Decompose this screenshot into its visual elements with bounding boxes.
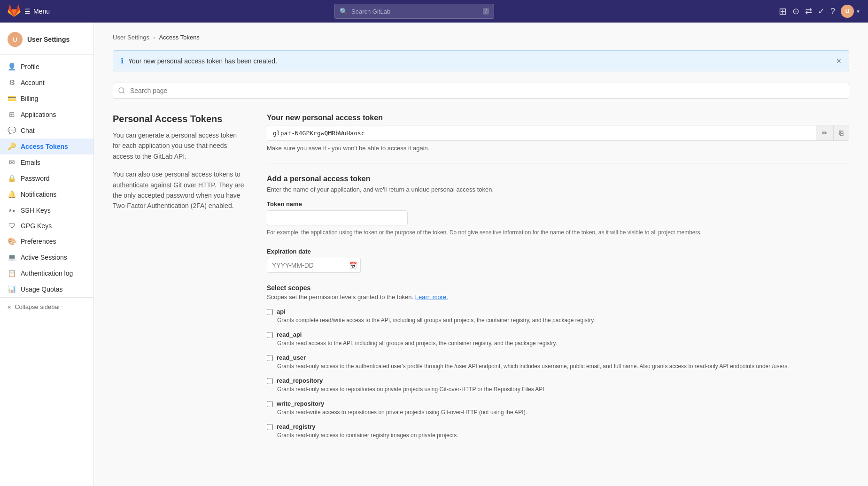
nav-center: 🔍 / — [55, 4, 773, 19]
right-column: Your new personal access token glpat-N4G… — [267, 114, 849, 451]
scope-name-read-registry: read_registry — [277, 423, 315, 430]
chevron-down-icon: ▼ — [856, 9, 860, 14]
search-input[interactable] — [351, 8, 479, 15]
issues-button[interactable]: ⊙ — [792, 6, 799, 16]
scope-item-read-api: read_api Grants read access to the API, … — [267, 331, 849, 347]
breadcrumb-separator: › — [153, 34, 155, 41]
hamburger-icon: ☰ — [24, 8, 31, 15]
sidebar: U User Settings 👤 Profile ⚙ Account 💳 Bi… — [0, 23, 94, 486]
usage-quotas-icon: 📊 — [8, 285, 16, 293]
preferences-icon: 🎨 — [8, 237, 16, 246]
user-menu-button[interactable]: U ▼ — [841, 5, 860, 18]
breadcrumb-current: Access Tokens — [159, 34, 199, 41]
search-icon: 🔍 — [340, 8, 348, 15]
scopes-section: Select scopes Scopes set the permission … — [267, 284, 849, 440]
date-input-wrap: 📅 — [267, 258, 361, 273]
scopes-title: Select scopes — [267, 284, 849, 292]
help-button[interactable]: ? — [830, 7, 835, 16]
create-button[interactable]: ⊞ — [779, 6, 787, 17]
nav-right: ⊞ ⊙ ⇄ ✓ ? U ▼ — [779, 5, 860, 18]
scope-checkbox-read-api[interactable] — [267, 332, 273, 338]
sidebar-item-label: GPG Keys — [21, 222, 52, 230]
auth-log-icon: 📋 — [8, 269, 16, 278]
two-column-layout: Personal Access Tokens You can generate … — [113, 114, 849, 451]
info-icon: ℹ — [121, 56, 124, 65]
sidebar-item-label: Chat — [21, 127, 35, 134]
scopes-learn-more-link[interactable]: Learn more. — [415, 293, 448, 301]
sidebar-item-label: Account — [21, 79, 45, 86]
sidebar-item-gpg-keys[interactable]: 🛡 GPG Keys — [0, 218, 93, 233]
scope-checkbox-read-registry[interactable] — [267, 424, 273, 430]
token-name-section: Token name For example, the application … — [267, 201, 849, 237]
sidebar-item-account[interactable]: ⚙ Account — [0, 75, 93, 91]
sidebar-item-applications[interactable]: ⊞ Applications — [0, 107, 93, 123]
left-column: Personal Access Tokens You can generate … — [113, 114, 244, 451]
scope-desc-read-api: Grants read access to the API, including… — [267, 339, 849, 347]
scope-desc-read-user: Grants read-only access to the authentic… — [267, 362, 849, 370]
page-desc-1: You can generate a personal access token… — [113, 130, 244, 162]
help-icon: ? — [830, 7, 835, 16]
expiration-section: Expiration date 📅 — [267, 248, 849, 273]
sidebar-item-billing[interactable]: 💳 Billing — [0, 91, 93, 107]
sidebar-avatar: U — [8, 32, 23, 47]
sidebar-item-usage-quotas[interactable]: 📊 Usage Quotas — [0, 281, 93, 297]
merge-requests-button[interactable]: ⇄ — [805, 6, 812, 16]
scope-row: read_registry — [267, 423, 849, 431]
sidebar-item-chat[interactable]: 💬 Chat — [0, 123, 93, 139]
token-name-input[interactable] — [267, 210, 408, 225]
sidebar-item-active-sessions[interactable]: 💻 Active Sessions — [0, 249, 93, 265]
scope-name-read-user: read_user — [277, 354, 306, 361]
billing-icon: 💳 — [8, 94, 16, 103]
search-page-input[interactable] — [113, 83, 849, 99]
collapse-icon: « — [8, 303, 11, 310]
sidebar-item-access-tokens[interactable]: 🔑 Access Tokens — [0, 139, 93, 154]
scope-desc-write-repository: Grants read-write access to repositories… — [267, 408, 849, 417]
issues-icon: ⊙ — [792, 6, 799, 16]
scope-row: api — [267, 308, 849, 316]
scope-name-api: api — [277, 308, 286, 315]
sidebar-item-label: Active Sessions — [21, 254, 67, 261]
scope-row: read_user — [267, 354, 849, 362]
token-edit-button[interactable]: ✏ — [816, 125, 833, 140]
sidebar-item-ssh-keys[interactable]: 🗝 SSH Keys — [0, 202, 93, 218]
sidebar-user-section: U User Settings — [0, 28, 93, 55]
breadcrumb-parent[interactable]: User Settings — [113, 34, 149, 41]
sidebar-item-label: Usage Quotas — [21, 285, 63, 293]
notifications-icon: 🔔 — [8, 190, 16, 199]
collapse-sidebar-button[interactable]: « Collapse sidebar — [0, 297, 93, 316]
account-icon: ⚙ — [8, 78, 16, 87]
sidebar-item-emails[interactable]: ✉ Emails — [0, 154, 93, 170]
new-token-title: Your new personal access token — [267, 114, 849, 122]
collapse-label: Collapse sidebar — [15, 303, 60, 310]
page-title: Personal Access Tokens — [113, 114, 244, 124]
sidebar-item-profile[interactable]: 👤 Profile — [0, 59, 93, 75]
token-display: glpat-N4GPKrgwQMRbWuHaosc ✏ ⎘ — [267, 125, 849, 141]
alert-close-button[interactable]: × — [836, 57, 841, 65]
password-icon: 🔒 — [8, 174, 16, 183]
scopes-desc: Scopes set the permission levels granted… — [267, 293, 849, 301]
sidebar-item-password[interactable]: 🔒 Password — [0, 170, 93, 186]
token-copy-button[interactable]: ⎘ — [833, 125, 849, 140]
sidebar-item-preferences[interactable]: 🎨 Preferences — [0, 233, 93, 249]
sidebar-item-label: Applications — [21, 111, 56, 118]
scope-checkbox-write-repository[interactable] — [267, 401, 273, 407]
scope-name-write-repository: write_repository — [277, 400, 324, 407]
sidebar-item-auth-log[interactable]: 📋 Authentication log — [0, 265, 93, 281]
scope-checkbox-read-repository[interactable] — [267, 378, 273, 384]
token-value: glpat-N4GPKrgwQMRbWuHaosc — [267, 126, 816, 140]
search-bar[interactable]: 🔍 / — [334, 4, 494, 19]
page-desc-2: You can also use personal access tokens … — [113, 169, 244, 211]
sidebar-user-label: User Settings — [27, 36, 70, 43]
expiration-input[interactable] — [267, 258, 361, 273]
search-shortcut: / — [483, 8, 489, 15]
token-warning: Make sure you save it - you won't be abl… — [267, 145, 849, 152]
sidebar-item-notifications[interactable]: 🔔 Notifications — [0, 186, 93, 202]
create-icon: ⊞ — [779, 6, 787, 17]
scope-item-read-registry: read_registry Grants read-only access to… — [267, 423, 849, 440]
scope-checkbox-read-user[interactable] — [267, 355, 273, 361]
sidebar-item-label: Authentication log — [21, 270, 73, 277]
add-token-title: Add a personal access token — [267, 175, 849, 183]
scope-checkbox-api[interactable] — [267, 309, 273, 315]
todos-button[interactable]: ✓ — [818, 6, 825, 16]
menu-button[interactable]: ☰ Menu — [24, 8, 50, 15]
